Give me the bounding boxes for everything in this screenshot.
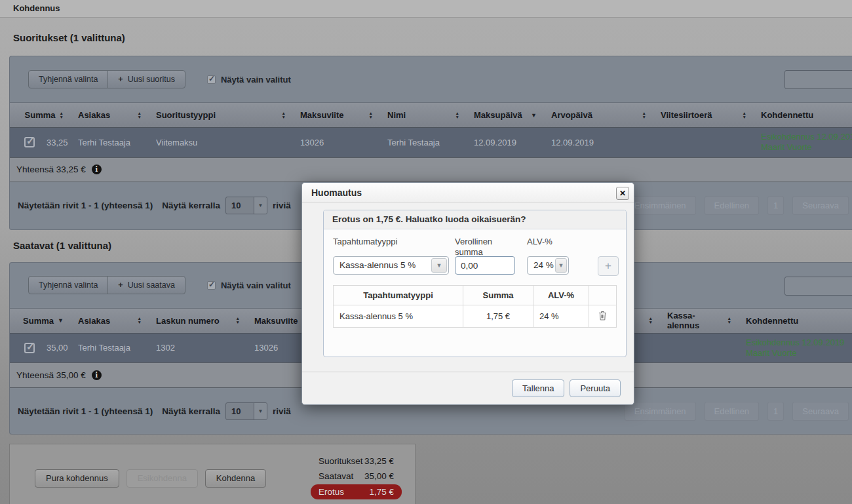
new-suoritus-button[interactable]: +Uusi suoritus <box>107 70 185 88</box>
mtable-header-alv: ALV-% <box>533 286 589 305</box>
suoritukset-table: Summa▲▼ Asiakas▲▼ Suoritustyyppi▲▼ Maksu… <box>10 102 852 157</box>
delete-row-button[interactable] <box>598 311 607 322</box>
sort-both-icon: ▲▼ <box>138 111 142 119</box>
column-suoritustyyppi[interactable]: Suoritustyyppi▲▼ <box>148 103 292 128</box>
show-only-selected-label: Näytä vain valitut <box>221 281 291 290</box>
column-kohdennettu: Kohdennettu <box>753 103 852 128</box>
plus-icon: + <box>118 75 123 84</box>
sort-both-icon: ▲▼ <box>282 111 286 119</box>
sort-both-icon: ▲▼ <box>369 111 373 119</box>
suoritukset-heading: Suoritukset (1 valittuna) <box>13 32 852 43</box>
suoritukset-row[interactable]: 33,25 € Terhi Testaaja Viitemaksu 13026 … <box>10 128 852 157</box>
show-only-selected-checkbox[interactable] <box>207 75 216 84</box>
taxable-amount-input[interactable] <box>455 256 515 275</box>
suoritukset-total: Yhteensä 33,25 € <box>16 165 86 174</box>
row-checkbox-checked[interactable] <box>24 343 35 353</box>
sort-both-icon: ▲▼ <box>236 317 240 324</box>
adjustment-row: Kassa-alennus 5 % 1,75 € 24 % <box>334 305 617 328</box>
sort-desc-icon: ▼ <box>531 112 537 119</box>
cell-asiakas: Terhi Testaaja <box>70 128 148 157</box>
rows-suffix-label: riviä <box>273 201 291 210</box>
transaction-type-select[interactable]: Kassa-alennus 5 % ▼ <box>333 256 449 275</box>
page-number-button[interactable]: 1 <box>767 196 784 215</box>
info-icon[interactable] <box>92 370 102 380</box>
prev-page-button[interactable]: Edellinen <box>705 402 760 421</box>
per-page-select[interactable]: 10 ▼ <box>225 402 267 420</box>
column-nimi[interactable]: Nimi▲▼ <box>379 103 466 128</box>
plus-icon: + <box>118 281 123 290</box>
adjustment-amount: 1,75 € <box>463 305 533 328</box>
sort-both-icon: ▲▼ <box>138 317 142 324</box>
prev-page-button[interactable]: Edellinen <box>705 196 760 215</box>
summary-saatavat-label: Saatavat <box>319 469 353 484</box>
dialog-title: Huomautus <box>302 183 634 203</box>
clear-selection-button[interactable]: Tyhjennä valinta <box>28 70 108 88</box>
vat-select[interactable]: 24 % ▼ <box>527 256 569 275</box>
close-icon[interactable]: ✕ <box>616 187 629 200</box>
adjustment-type: Kassa-alennus 5 % <box>334 305 463 328</box>
preallocate-button[interactable]: Esikohdenna <box>126 469 198 488</box>
cell-summa: 35,00 € <box>39 333 70 362</box>
summary-saatavat-value: 35,00 € <box>364 469 394 484</box>
suoritukset-toolbar: Tyhjennä valinta +Uusi suoritus Näytä va… <box>10 56 852 102</box>
next-page-button[interactable]: Seuraava <box>792 402 849 421</box>
suoritukset-search-input[interactable] <box>784 70 852 89</box>
mtable-header-type: Tapahtumatyyppi <box>334 286 463 305</box>
info-icon[interactable] <box>92 165 102 174</box>
unallocate-button[interactable]: Pura kohdennus <box>35 469 119 488</box>
column-asiakas[interactable]: Asiakas▲▼ <box>70 308 148 333</box>
show-only-selected-label: Näytä vain valitut <box>221 75 291 85</box>
column-maksupaiva[interactable]: Maksupäivä▼ <box>466 103 543 128</box>
column-arvopaiva[interactable]: Arvopäivä▲▼ <box>543 103 653 128</box>
sort-both-icon: ▲▼ <box>649 317 653 324</box>
save-button[interactable]: Tallenna <box>512 379 564 397</box>
saatavat-total: Yhteensä 35,00 € <box>16 370 86 380</box>
column-viitesiirtoera[interactable]: Viitesiirtoerä▲▼ <box>653 103 753 128</box>
cell-maksupaiva: 12.09.2019 <box>466 128 543 157</box>
page-number-button[interactable]: 1 <box>767 402 784 421</box>
cell-asiakas: Terhi Testaaja <box>70 333 148 362</box>
add-row-button[interactable]: + <box>598 256 619 276</box>
cell-summa: 33,25 € <box>39 128 70 157</box>
sort-desc-icon: ▼ <box>58 317 64 324</box>
type-label: Tapahtumatyyppi <box>333 237 397 247</box>
cell-kohdennettu: Esikohdennus 12.09.2019Maarit Vuorte <box>753 128 852 157</box>
huomautus-dialog: Huomautus ✕ Erotus on 1,75 €. Haluatko l… <box>301 182 634 405</box>
column-maksuviite[interactable]: Maksuviite▲▼ <box>292 103 379 128</box>
column-kassa-alennus[interactable]: Kassa-alennus▲▼ <box>659 308 738 333</box>
new-saatava-button[interactable]: +Uusi saatava <box>107 276 185 294</box>
show-only-selected-checkbox[interactable] <box>207 281 216 290</box>
adjustment-rows-table: Tapahtumatyyppi Summa ALV-% Kassa-alennu… <box>333 285 617 328</box>
amount-label: Verollinen summa <box>455 237 507 258</box>
summary-suoritukset-value: 33,25 € <box>364 454 394 469</box>
column-asiakas[interactable]: Asiakas▲▼ <box>70 103 148 128</box>
column-laskun-numero[interactable]: Laskun numero▲▼ <box>148 308 246 333</box>
cell-nimi: Terhi Testaaja <box>379 128 466 157</box>
adjustment-vat: 24 % <box>533 305 589 328</box>
dropdown-arrow-icon: ▼ <box>431 258 447 273</box>
vat-label: ALV-% <box>527 237 552 247</box>
dialog-message: Erotus on 1,75 €. Haluatko luoda oikaisu… <box>324 210 626 229</box>
allocation-summary: Suoritukset33,25 € Saatavat35,00 € Erotu… <box>319 454 394 499</box>
row-checkbox-checked[interactable] <box>24 137 35 147</box>
page-title: Kohdennus <box>0 0 852 18</box>
allocation-action-panel: Pura kohdennus Esikohdenna Kohdenna Suor… <box>9 444 416 504</box>
cell-maksuviite: 13026 <box>292 128 379 157</box>
rows-suffix-label: riviä <box>273 406 291 416</box>
allocate-button[interactable]: Kohdenna <box>205 469 266 488</box>
difference-badge: Erotus1,75 € <box>311 484 402 499</box>
dropdown-arrow-icon: ▼ <box>254 403 267 419</box>
dialog-footer: Tallenna Peruuta <box>302 372 634 404</box>
first-page-button[interactable]: Ensimmäinen <box>625 196 696 215</box>
clear-selection-button[interactable]: Tyhjennä valinta <box>28 276 108 294</box>
per-page-select[interactable]: 10 ▼ <box>225 197 267 214</box>
mtable-header-summa: Summa <box>463 286 533 305</box>
column-summa[interactable]: Summa▲▼ <box>39 103 70 128</box>
cell-suoritustyyppi: Viitemaksu <box>148 128 292 157</box>
first-page-button[interactable]: Ensimmäinen <box>625 402 696 421</box>
cell-arvopaiva: 12.09.2019 <box>543 128 653 157</box>
column-summa[interactable]: Summa▼ <box>39 308 70 333</box>
cancel-button[interactable]: Peruuta <box>570 379 621 397</box>
next-page-button[interactable]: Seuraava <box>792 196 849 215</box>
saatavat-search-input[interactable] <box>784 277 852 296</box>
